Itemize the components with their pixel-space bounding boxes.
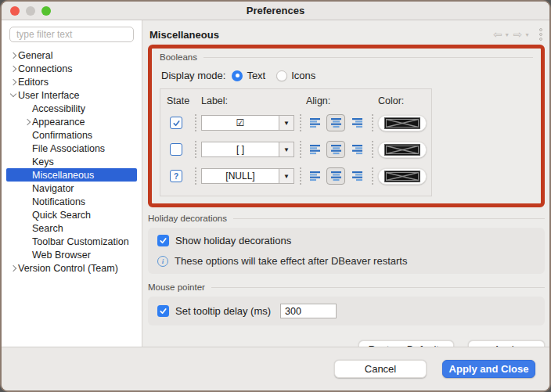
- chevron-right-icon[interactable]: [23, 117, 32, 127]
- restore-defaults-button[interactable]: Restore Defaults: [358, 340, 454, 347]
- sidebar-item-user-interface[interactable]: User Interface: [6, 88, 137, 102]
- align-center-button[interactable]: [326, 167, 345, 185]
- sidebar-item-search[interactable]: Search: [6, 221, 137, 235]
- align-right-button[interactable]: [347, 114, 366, 131]
- checkbox-checked-icon: [157, 305, 169, 317]
- preferences-window: Preferences GeneralConnectionsEditorsUse…: [0, 0, 551, 392]
- combo-dropdown-icon[interactable]: ▼: [279, 168, 294, 184]
- sidebar-item-web-browser[interactable]: Web Browser: [6, 248, 137, 261]
- sidebar-item-label: Confirmations: [32, 130, 92, 141]
- chevron-spacer: [23, 237, 32, 246]
- sidebar-item-keys[interactable]: Keys: [6, 155, 137, 168]
- page-title: Miscellaneous: [148, 29, 219, 41]
- chevron-spacer: [23, 157, 32, 167]
- sidebar-item-version-control-team[interactable]: Version Control (Team): [6, 261, 137, 275]
- radio-icons[interactable]: Icons: [276, 70, 315, 81]
- group-rule: [211, 287, 545, 288]
- align-center-button[interactable]: [326, 141, 345, 158]
- dotted-separator: [367, 163, 378, 189]
- state-unchecked-icon[interactable]: [170, 143, 182, 156]
- label-combo-value[interactable]: ☑: [201, 115, 279, 131]
- sidebar-item-confirmations[interactable]: Confirmations: [6, 128, 137, 142]
- color-picker-button[interactable]: [378, 142, 427, 158]
- align-right-button[interactable]: [347, 141, 366, 158]
- dialog-footer: Cancel Apply and Close: [2, 347, 549, 390]
- sidebar-item-label: Connections: [18, 63, 73, 74]
- color-picker-button[interactable]: [378, 168, 427, 185]
- combo-dropdown-icon[interactable]: ▼: [279, 142, 294, 157]
- align-left-button[interactable]: [306, 141, 325, 158]
- sidebar-item-appearance[interactable]: Appearance: [6, 115, 137, 128]
- sidebar-item-label: Accessibility: [32, 103, 85, 114]
- chevron-right-icon[interactable]: [9, 51, 18, 60]
- dotted-separator: [367, 110, 378, 136]
- combo-dropdown-icon[interactable]: ▼: [279, 115, 294, 131]
- info-icon: i: [157, 256, 168, 267]
- cancel-button[interactable]: Cancel: [334, 360, 427, 378]
- dotted-separator: [367, 136, 378, 163]
- chevron-right-icon[interactable]: [9, 264, 18, 273]
- chevron-down-icon[interactable]: [9, 91, 18, 100]
- sidebar-item-general[interactable]: General: [6, 49, 137, 62]
- apply-button[interactable]: Apply: [468, 340, 545, 347]
- label-combo-value[interactable]: [NULL]: [201, 168, 279, 184]
- radio-text-dot-icon: [232, 70, 243, 81]
- back-icon[interactable]: ⇦: [493, 29, 502, 40]
- miscellaneous-page: Miscellaneous ⇦▾ ⇨▾ Booleans Display mod…: [142, 20, 549, 347]
- tooltip-delay-input[interactable]: [280, 304, 337, 318]
- sidebar-item-label: Editors: [18, 77, 49, 88]
- align-center-button[interactable]: [326, 114, 345, 131]
- label-combo-value[interactable]: [ ]: [201, 142, 279, 157]
- sidebar-item-navigator[interactable]: Navigator: [6, 182, 137, 195]
- chevron-right-icon[interactable]: [9, 64, 18, 74]
- booleans-table: State Label: Align: Color: ☑▼ [ ]▼ ?[NUL…: [160, 88, 432, 196]
- sidebar-item-label: Search: [32, 223, 63, 234]
- holiday-group-label: Holiday decorations: [148, 214, 227, 223]
- restart-notice: These options will take effect after DBe…: [175, 255, 407, 267]
- radio-icons-dot-icon: [276, 70, 287, 81]
- chevron-right-icon[interactable]: [9, 77, 18, 87]
- dotted-separator: [190, 110, 201, 136]
- align-left-button[interactable]: [306, 167, 325, 185]
- sidebar-item-notifications[interactable]: Notifications: [6, 195, 137, 208]
- view-menu-icon[interactable]: [537, 27, 546, 42]
- align-left-button[interactable]: [306, 114, 325, 131]
- state-question-icon[interactable]: ?: [170, 170, 182, 182]
- align-right-button[interactable]: [347, 167, 366, 185]
- group-rule: [233, 218, 545, 219]
- sidebar-item-quick-search[interactable]: Quick Search: [6, 208, 137, 221]
- sidebar-item-label: Appearance: [32, 117, 85, 128]
- sidebar-item-miscellaneous[interactable]: Miscellaneous: [6, 168, 137, 182]
- chevron-spacer: [23, 224, 32, 233]
- chevron-spacer: [23, 250, 32, 260]
- state-checked-icon[interactable]: [170, 117, 182, 129]
- sidebar-item-label: General: [18, 50, 52, 61]
- dotted-separator: [295, 163, 306, 189]
- radio-text[interactable]: Text: [232, 70, 265, 81]
- boolean-row-checked: ☑▼: [167, 110, 425, 136]
- dotted-separator: [295, 110, 306, 136]
- filter-input[interactable]: [9, 27, 134, 42]
- sidebar-item-file-associations[interactable]: File Associations: [6, 142, 137, 155]
- sidebar-item-editors[interactable]: Editors: [6, 75, 137, 88]
- sidebar-item-connections[interactable]: Connections: [6, 62, 137, 75]
- boolean-row-unchecked: [ ]▼: [167, 136, 425, 163]
- set-tooltip-delay-checkbox[interactable]: Set tooltip delay (ms): [157, 304, 535, 318]
- sidebar-item-label: Keys: [32, 156, 54, 167]
- color-picker-button[interactable]: [378, 115, 427, 131]
- show-holiday-decorations-checkbox[interactable]: Show holiday decorations: [157, 235, 535, 246]
- sidebar-item-toolbar-customization[interactable]: Toolbar Customization: [6, 235, 137, 248]
- group-rule: [203, 57, 533, 58]
- sidebar-item-accessibility[interactable]: Accessibility: [6, 102, 137, 115]
- sidebar-item-label: Web Browser: [32, 250, 91, 261]
- back-dropdown-icon[interactable]: ▾: [506, 31, 509, 38]
- column-header-color: Color:: [378, 95, 404, 106]
- dotted-separator: [295, 136, 306, 163]
- apply-and-close-button[interactable]: Apply and Close: [442, 360, 535, 378]
- titlebar: Preferences: [2, 2, 549, 20]
- forward-icon[interactable]: ⇨: [513, 29, 523, 40]
- window-title: Preferences: [2, 5, 549, 16]
- column-header-label: Label:: [201, 95, 306, 106]
- forward-dropdown-icon[interactable]: ▾: [525, 31, 528, 38]
- chevron-spacer: [23, 184, 32, 193]
